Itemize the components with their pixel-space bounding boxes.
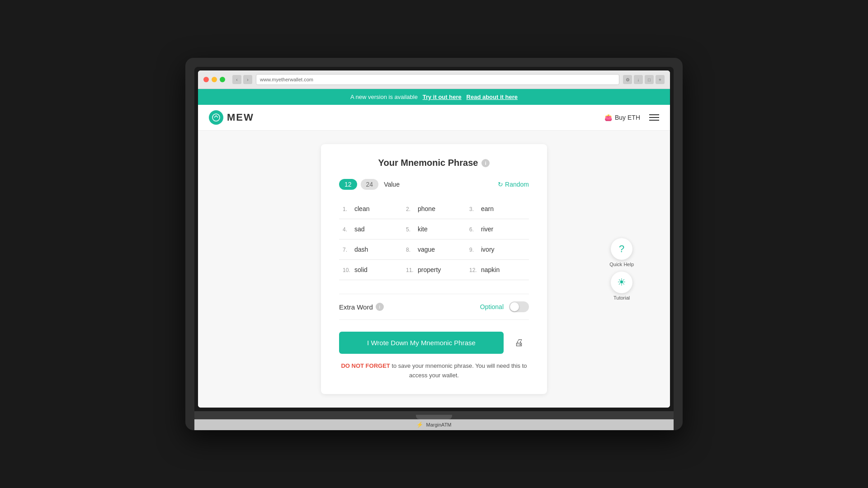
browser-extension-2[interactable]: ↓ <box>634 75 643 84</box>
buy-eth-label: Buy ETH <box>615 114 640 121</box>
word-num-6: 6. <box>469 226 477 233</box>
action-row: I Wrote Down My Mnemonic Phrase 🖨 <box>339 331 529 354</box>
laptop-notch <box>416 415 452 419</box>
word-item-10: 10. solid <box>339 260 402 280</box>
word-num-12: 12. <box>469 267 477 273</box>
close-window-button[interactable] <box>203 77 209 82</box>
logo-area[interactable]: MEW <box>209 110 254 125</box>
logo-text: MEW <box>227 112 254 123</box>
extra-word-text: Extra Word <box>339 303 373 311</box>
random-button[interactable]: ↻ Random <box>498 181 529 188</box>
wrote-down-button[interactable]: I Wrote Down My Mnemonic Phrase <box>339 332 504 354</box>
warning-text: DO NOT FORGET to save your mnemonic phra… <box>339 361 529 380</box>
word-item-4: 4. sad <box>339 219 402 239</box>
browser-navigation: ‹ › <box>232 75 252 84</box>
tutorial-label: Tutorial <box>613 295 630 300</box>
laptop-base <box>194 411 674 419</box>
taskbar-icon: ⚡ <box>416 422 423 428</box>
value-label: Value <box>384 181 400 188</box>
word-item-2: 2. phone <box>402 199 466 219</box>
tutorial-button[interactable]: ☀ Tutorial <box>611 272 632 300</box>
random-label: Random <box>505 181 529 188</box>
word-text-4: sad <box>354 225 365 233</box>
word-item-9: 9. ivory <box>466 239 529 260</box>
hamburger-menu[interactable] <box>649 114 659 121</box>
word-num-8: 8. <box>406 247 414 253</box>
browser-extension-1[interactable]: ⚙ <box>623 75 632 84</box>
word-count-24-button[interactable]: 24 <box>361 179 379 190</box>
word-text-8: vague <box>418 246 435 253</box>
card-title: Your Mnemonic Phrase i <box>339 158 529 168</box>
word-item-7: 7. dash <box>339 239 402 260</box>
traffic-lights <box>203 77 225 82</box>
wallet-icon: 👛 <box>604 114 612 121</box>
main-content: Your Mnemonic Phrase i 12 24 Value ↻ Ran… <box>198 131 670 408</box>
word-count-12-button[interactable]: 12 <box>339 179 357 190</box>
tutorial-icon: ☀ <box>617 277 626 288</box>
word-num-2: 2. <box>406 206 414 212</box>
word-text-7: dash <box>354 246 368 253</box>
title-info-icon[interactable]: i <box>481 159 490 167</box>
browser-extension-3[interactable]: □ <box>645 75 654 84</box>
question-icon: ? <box>619 243 624 255</box>
extra-word-section: Extra Word i Optional <box>339 294 529 320</box>
maximize-window-button[interactable] <box>220 77 225 82</box>
word-num-10: 10. <box>343 267 351 273</box>
warning-body-text: to save your mnemonic phrase. You will n… <box>392 362 527 379</box>
word-num-9: 9. <box>469 247 477 253</box>
printer-icon: 🖨 <box>514 338 524 348</box>
buy-eth-button[interactable]: 👛 Buy ETH <box>604 114 640 121</box>
try-it-link[interactable]: Try it out here <box>423 94 462 100</box>
minimize-window-button[interactable] <box>212 77 217 82</box>
quick-help-label: Quick Help <box>609 262 634 267</box>
do-not-forget-text: DO NOT FORGET <box>341 362 390 369</box>
helpers-column: ? Quick Help ☀ Tutorial <box>609 238 634 300</box>
word-text-9: ivory <box>481 246 495 253</box>
word-text-2: phone <box>418 205 435 212</box>
word-text-12: napkin <box>481 266 500 273</box>
back-button[interactable]: ‹ <box>232 75 241 84</box>
quick-help-button[interactable]: ? Quick Help <box>609 238 634 267</box>
quick-help-circle: ? <box>611 238 632 260</box>
title-text: Your Mnemonic Phrase <box>378 158 478 168</box>
svg-point-0 <box>212 114 220 121</box>
word-item-11: 11. property <box>402 260 466 280</box>
refresh-icon: ↻ <box>498 181 503 188</box>
word-text-1: clean <box>354 205 369 212</box>
word-num-4: 4. <box>343 226 351 233</box>
word-text-3: earn <box>481 205 494 212</box>
extra-word-info-icon[interactable]: i <box>376 303 384 311</box>
word-num-1: 1. <box>343 206 351 212</box>
word-num-11: 11. <box>406 267 414 273</box>
taskbar: ⚡ MarginATM <box>194 419 674 430</box>
word-num-7: 7. <box>343 247 351 253</box>
optional-label: Optional <box>480 303 504 310</box>
print-button[interactable]: 🖨 <box>509 331 529 354</box>
word-text-10: solid <box>354 266 368 273</box>
word-text-6: river <box>481 225 493 233</box>
word-item-1: 1. clean <box>339 199 402 219</box>
tutorial-circle: ☀ <box>611 272 632 293</box>
app-header: MEW 👛 Buy ETH <box>198 105 670 131</box>
taskbar-label: MarginATM <box>426 422 451 427</box>
extra-word-toggle[interactable] <box>509 301 529 312</box>
toggle-knob <box>510 302 519 311</box>
word-num-3: 3. <box>469 206 477 212</box>
notification-text: A new version is available <box>350 94 418 100</box>
word-item-6: 6. river <box>466 219 529 239</box>
word-item-8: 8. vague <box>402 239 466 260</box>
word-text-11: property <box>418 266 441 273</box>
words-grid: 1. clean 2. phone 3. earn <box>339 199 529 280</box>
read-about-link[interactable]: Read about it here <box>467 94 518 100</box>
header-right: 👛 Buy ETH <box>604 114 659 121</box>
word-text-5: kite <box>418 225 428 233</box>
word-count-row: 12 24 Value ↻ Random <box>339 179 529 190</box>
word-item-3: 3. earn <box>466 199 529 219</box>
extra-word-label: Extra Word i <box>339 303 384 311</box>
word-num-5: 5. <box>406 226 414 233</box>
mew-logo-icon <box>209 110 223 125</box>
mnemonic-card: Your Mnemonic Phrase i 12 24 Value ↻ Ran… <box>321 144 547 394</box>
address-bar[interactable]: www.myetherwallet.com <box>256 74 619 85</box>
browser-add-button[interactable]: + <box>656 75 665 84</box>
forward-button[interactable]: › <box>243 75 252 84</box>
